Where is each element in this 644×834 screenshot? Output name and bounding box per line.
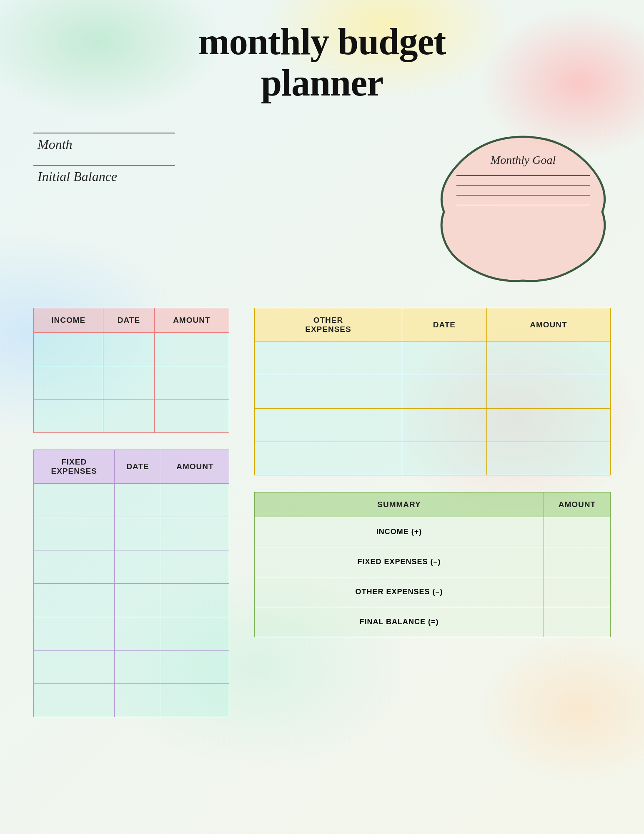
other-amount-header: AMOUNT bbox=[486, 308, 610, 342]
summary-final-label: FINAL BALANCE (=) bbox=[255, 607, 544, 637]
tables-section: INCOME DATE AMOUNT bbox=[33, 308, 611, 717]
top-section: Month Initial Balance Monthly Goal bbox=[33, 128, 611, 287]
left-tables: INCOME DATE AMOUNT bbox=[33, 308, 229, 717]
table-row bbox=[34, 684, 229, 717]
cell[interactable] bbox=[402, 342, 486, 375]
summary-col-header: SUMMARY bbox=[255, 492, 544, 517]
goal-line-2 bbox=[456, 185, 590, 186]
cell[interactable] bbox=[161, 651, 229, 684]
table-row bbox=[34, 517, 229, 550]
table-row bbox=[34, 366, 229, 399]
summary-other-value[interactable] bbox=[544, 577, 611, 607]
month-label: Month bbox=[33, 137, 175, 152]
cell[interactable] bbox=[34, 617, 115, 651]
cell[interactable] bbox=[103, 366, 154, 399]
summary-fixed-label: FIXED EXPENSES (–) bbox=[255, 547, 544, 577]
goal-line-4 bbox=[456, 205, 590, 206]
right-tables: OTHEREXPENSES DATE AMOUNT bbox=[254, 308, 611, 717]
cell[interactable] bbox=[255, 375, 402, 409]
table-row bbox=[255, 442, 611, 475]
cell[interactable] bbox=[154, 366, 229, 399]
cell[interactable] bbox=[402, 442, 486, 475]
table-row: FIXED EXPENSES (–) bbox=[255, 547, 611, 577]
fixed-col-header: FIXEDEXPENSES bbox=[34, 450, 115, 484]
cell[interactable] bbox=[115, 617, 161, 651]
cell[interactable] bbox=[161, 584, 229, 617]
cell[interactable] bbox=[34, 517, 115, 550]
table-row: INCOME (+) bbox=[255, 517, 611, 547]
income-amount-header: AMOUNT bbox=[154, 308, 229, 333]
summary-amount-header: AMOUNT bbox=[544, 492, 611, 517]
goal-line-1 bbox=[456, 175, 590, 176]
summary-fixed-value[interactable] bbox=[544, 547, 611, 577]
cell[interactable] bbox=[255, 342, 402, 375]
cell[interactable] bbox=[402, 375, 486, 409]
cell[interactable] bbox=[34, 484, 115, 517]
goal-content: Monthly Goal bbox=[456, 153, 590, 270]
summary-table: SUMMARY AMOUNT INCOME (+) FIXED EXPENSES… bbox=[254, 492, 611, 637]
cell[interactable] bbox=[103, 399, 154, 433]
balance-label: Initial Balance bbox=[33, 169, 175, 184]
table-row bbox=[255, 342, 611, 375]
month-line bbox=[33, 133, 175, 133]
table-row bbox=[34, 617, 229, 651]
cell[interactable] bbox=[115, 517, 161, 550]
income-date-header: DATE bbox=[103, 308, 154, 333]
summary-income-value[interactable] bbox=[544, 517, 611, 547]
other-col-header: OTHEREXPENSES bbox=[255, 308, 402, 342]
table-row: OTHER EXPENSES (–) bbox=[255, 577, 611, 607]
table-row bbox=[34, 584, 229, 617]
cell[interactable] bbox=[486, 442, 610, 475]
income-table: INCOME DATE AMOUNT bbox=[33, 308, 229, 433]
cell[interactable] bbox=[161, 517, 229, 550]
goal-blob: Monthly Goal bbox=[436, 128, 611, 287]
table-row bbox=[34, 651, 229, 684]
cell[interactable] bbox=[486, 375, 610, 409]
fixed-expenses-table: FIXEDEXPENSES DATE AMOUNT bbox=[33, 450, 229, 717]
cell[interactable] bbox=[161, 484, 229, 517]
cell[interactable] bbox=[255, 409, 402, 442]
balance-line bbox=[33, 165, 175, 166]
cell[interactable] bbox=[161, 550, 229, 584]
cell[interactable] bbox=[34, 550, 115, 584]
table-row bbox=[34, 333, 229, 366]
cell[interactable] bbox=[255, 442, 402, 475]
cell[interactable] bbox=[103, 333, 154, 366]
cell[interactable] bbox=[115, 651, 161, 684]
table-row bbox=[34, 550, 229, 584]
cell[interactable] bbox=[115, 684, 161, 717]
cell[interactable] bbox=[161, 617, 229, 651]
left-fields: Month Initial Balance bbox=[33, 128, 175, 184]
income-col-header: INCOME bbox=[34, 308, 103, 333]
cell[interactable] bbox=[34, 399, 103, 433]
cell[interactable] bbox=[34, 584, 115, 617]
summary-final-value[interactable] bbox=[544, 607, 611, 637]
cell[interactable] bbox=[34, 684, 115, 717]
cell[interactable] bbox=[34, 366, 103, 399]
cell[interactable] bbox=[115, 550, 161, 584]
table-row bbox=[34, 484, 229, 517]
summary-income-label: INCOME (+) bbox=[255, 517, 544, 547]
table-row bbox=[255, 375, 611, 409]
other-expenses-table: OTHEREXPENSES DATE AMOUNT bbox=[254, 308, 611, 475]
cell[interactable] bbox=[34, 333, 103, 366]
goal-title: Monthly Goal bbox=[456, 153, 590, 167]
table-row bbox=[34, 399, 229, 433]
cell[interactable] bbox=[115, 584, 161, 617]
title-line2: planner bbox=[261, 62, 383, 103]
cell[interactable] bbox=[34, 651, 115, 684]
cell[interactable] bbox=[486, 342, 610, 375]
cell[interactable] bbox=[154, 399, 229, 433]
cell[interactable] bbox=[115, 484, 161, 517]
fixed-date-header: DATE bbox=[115, 450, 161, 484]
table-row: FINAL BALANCE (=) bbox=[255, 607, 611, 637]
cell[interactable] bbox=[402, 409, 486, 442]
cell[interactable] bbox=[154, 333, 229, 366]
month-field-group: Month bbox=[33, 133, 175, 152]
cell[interactable] bbox=[161, 684, 229, 717]
cell[interactable] bbox=[486, 409, 610, 442]
page-title: monthly budget planner bbox=[33, 21, 611, 103]
goal-line-3 bbox=[456, 195, 590, 196]
title-line1: monthly budget bbox=[198, 21, 446, 62]
summary-other-label: OTHER EXPENSES (–) bbox=[255, 577, 544, 607]
